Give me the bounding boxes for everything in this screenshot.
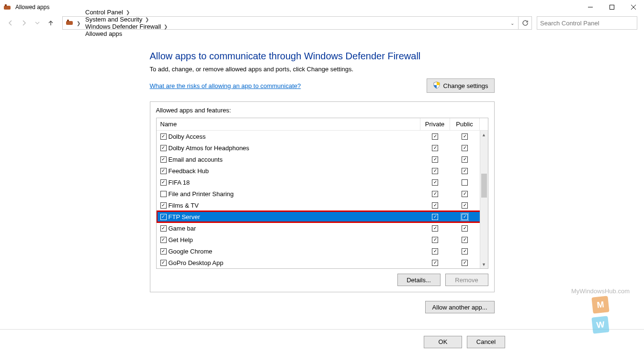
- public-checkbox[interactable]: ✓: [462, 260, 468, 266]
- private-checkbox[interactable]: ✓: [432, 214, 438, 220]
- app-enabled-checkbox[interactable]: ✓: [160, 168, 167, 174]
- column-header-private[interactable]: Private: [420, 118, 450, 131]
- ok-button[interactable]: OK: [424, 336, 462, 348]
- public-checkbox[interactable]: ✓: [462, 133, 468, 140]
- chevron-right-icon[interactable]: ❯: [75, 21, 82, 26]
- allow-another-app-button[interactable]: Allow another app...: [425, 301, 495, 313]
- allowed-apps-label: Allowed apps and features:: [156, 107, 488, 114]
- public-checkbox[interactable]: ✓: [462, 248, 468, 254]
- app-enabled-checkbox[interactable]: ✓: [160, 133, 167, 140]
- svg-rect-1: [5, 4, 7, 6]
- back-button[interactable]: [5, 17, 16, 29]
- app-icon: [3, 3, 11, 11]
- table-row[interactable]: ✓Dolby Atmos for Headphones✓✓: [157, 142, 488, 154]
- allowed-apps-table: Name Private Public ✓Dolby Access✓✓✓Dolb…: [156, 118, 488, 269]
- public-checkbox[interactable]: ✓: [462, 202, 468, 209]
- scroll-thumb[interactable]: [481, 174, 487, 198]
- table-row[interactable]: ✓Game bar✓✓: [157, 222, 488, 234]
- chevron-right-icon[interactable]: ❯: [143, 17, 151, 22]
- scroll-down-button[interactable]: ▼: [480, 260, 488, 268]
- table-row[interactable]: ✓FTP Server✓✓: [157, 211, 488, 222]
- app-enabled-checkbox[interactable]: ✓: [160, 179, 167, 186]
- app-name: Email and accounts: [169, 156, 223, 163]
- public-checkbox[interactable]: ✓: [462, 156, 468, 163]
- public-checkbox[interactable]: ✓: [462, 145, 468, 151]
- remove-button[interactable]: Remove: [445, 274, 488, 286]
- app-name: Google Chrome: [169, 248, 213, 255]
- public-checkbox[interactable]: [462, 179, 468, 186]
- up-button[interactable]: [45, 17, 56, 29]
- recent-locations-button[interactable]: [32, 17, 43, 29]
- private-checkbox[interactable]: ✓: [432, 260, 438, 266]
- public-checkbox[interactable]: ✓: [462, 191, 468, 197]
- app-name: Get Help: [169, 236, 193, 243]
- public-checkbox[interactable]: ✓: [462, 225, 468, 232]
- table-row[interactable]: ✓Email and accounts✓✓: [157, 154, 488, 165]
- app-enabled-checkbox[interactable]: ✓: [160, 202, 167, 209]
- private-checkbox[interactable]: ✓: [432, 179, 438, 186]
- public-checkbox[interactable]: ✓: [462, 168, 468, 174]
- private-checkbox[interactable]: ✓: [432, 156, 438, 163]
- scrollbar[interactable]: ▲ ▼: [480, 131, 488, 268]
- app-name: Films & TV: [169, 202, 199, 209]
- minimize-button[interactable]: [579, 0, 601, 14]
- svg-rect-7: [67, 20, 69, 22]
- table-row[interactable]: ✓Films & TV✓✓: [157, 199, 488, 211]
- page-heading: Allow apps to communicate through Window…: [150, 51, 495, 62]
- chevron-right-icon[interactable]: ❯: [162, 24, 169, 29]
- column-header-name[interactable]: Name: [157, 118, 420, 131]
- app-enabled-checkbox[interactable]: ✓: [160, 237, 167, 243]
- breadcrumb-item[interactable]: System and Security: [82, 16, 143, 23]
- change-settings-label: Change settings: [443, 82, 488, 89]
- change-settings-button[interactable]: Change settings: [427, 78, 495, 93]
- table-row[interactable]: ✓Feedback Hub✓✓: [157, 165, 488, 177]
- private-checkbox[interactable]: ✓: [432, 237, 438, 243]
- scroll-up-button[interactable]: ▲: [480, 131, 488, 139]
- private-checkbox[interactable]: ✓: [432, 133, 438, 140]
- chevron-right-icon[interactable]: ❯: [124, 10, 132, 15]
- chevron-down-icon[interactable]: ⌄: [508, 21, 517, 26]
- app-enabled-checkbox[interactable]: ✓: [160, 214, 167, 220]
- private-checkbox[interactable]: ✓: [432, 168, 438, 174]
- address-bar[interactable]: ❯ Control Panel❯System and Security❯Wind…: [62, 16, 519, 30]
- shield-icon: [433, 81, 441, 90]
- breadcrumb-item[interactable]: Control Panel: [82, 9, 124, 16]
- app-enabled-checkbox[interactable]: ✓: [160, 145, 167, 151]
- dialog-footer: OK Cancel: [0, 329, 644, 354]
- refresh-button[interactable]: [519, 16, 532, 30]
- app-name: Game bar: [169, 225, 196, 232]
- risks-link[interactable]: What are the risks of allowing an app to…: [150, 82, 301, 89]
- private-checkbox[interactable]: ✓: [432, 225, 438, 232]
- breadcrumb-item[interactable]: Windows Defender Firewall: [82, 23, 162, 30]
- private-checkbox[interactable]: ✓: [432, 248, 438, 254]
- details-button[interactable]: Details...: [397, 274, 441, 286]
- private-checkbox[interactable]: ✓: [432, 145, 438, 151]
- app-name: Dolby Atmos for Headphones: [169, 144, 249, 152]
- app-enabled-checkbox[interactable]: ✓: [160, 248, 167, 254]
- table-row[interactable]: ✓FIFA 18✓: [157, 177, 488, 188]
- app-name: Dolby Access: [169, 133, 206, 140]
- maximize-button[interactable]: [601, 0, 622, 14]
- app-enabled-checkbox[interactable]: ✓: [160, 225, 167, 232]
- app-enabled-checkbox[interactable]: ✓: [160, 260, 167, 266]
- table-row[interactable]: ✓GoPro Desktop App✓✓: [157, 257, 488, 268]
- close-button[interactable]: [622, 0, 644, 14]
- cancel-button[interactable]: Cancel: [467, 336, 505, 348]
- app-name: FIFA 18: [169, 179, 190, 186]
- table-row[interactable]: ✓Get Help✓✓: [157, 234, 488, 245]
- forward-button[interactable]: [18, 17, 30, 29]
- table-row[interactable]: File and Printer Sharing✓✓: [157, 188, 488, 199]
- public-checkbox[interactable]: ✓: [462, 214, 468, 220]
- table-row[interactable]: ✓Dolby Access✓✓: [157, 131, 488, 142]
- private-checkbox[interactable]: ✓: [432, 202, 438, 209]
- svg-rect-0: [4, 6, 11, 10]
- public-checkbox[interactable]: ✓: [462, 237, 468, 243]
- app-enabled-checkbox[interactable]: [160, 191, 167, 197]
- search-input[interactable]: Search Control Panel: [537, 16, 637, 30]
- address-bar-icon: [65, 18, 75, 28]
- app-enabled-checkbox[interactable]: ✓: [160, 156, 167, 163]
- private-checkbox[interactable]: ✓: [432, 191, 438, 197]
- window-title: Allowed apps: [15, 4, 49, 11]
- column-header-public[interactable]: Public: [450, 118, 480, 131]
- table-row[interactable]: ✓Google Chrome✓✓: [157, 245, 488, 257]
